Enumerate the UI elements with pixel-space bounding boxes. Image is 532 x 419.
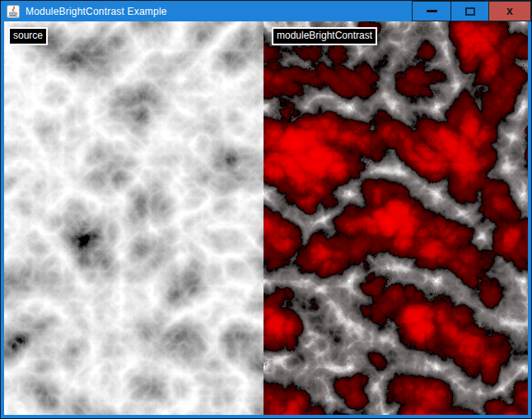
module-label: moduleBrightContrast [272, 27, 377, 45]
close-button[interactable]: x [488, 1, 531, 21]
minimize-icon [427, 10, 437, 12]
java-app-icon [7, 5, 20, 18]
maximize-button[interactable] [450, 1, 489, 21]
window-title: ModuleBrightContrast Example [26, 6, 167, 17]
window-controls: x [413, 1, 531, 21]
image-viewer: source moduleBrightCont [4, 21, 528, 415]
source-image [4, 21, 264, 415]
title-bar[interactable]: ModuleBrightContrast Example x [1, 1, 531, 21]
close-icon: x [506, 5, 513, 16]
source-panel: source [4, 21, 264, 415]
module-image [264, 21, 528, 415]
maximize-icon [465, 7, 475, 16]
app-window: ModuleBrightContrast Example x [0, 0, 532, 419]
source-label: source [8, 27, 48, 45]
minimize-button[interactable] [412, 1, 451, 21]
module-panel: moduleBrightContrast [264, 21, 528, 415]
